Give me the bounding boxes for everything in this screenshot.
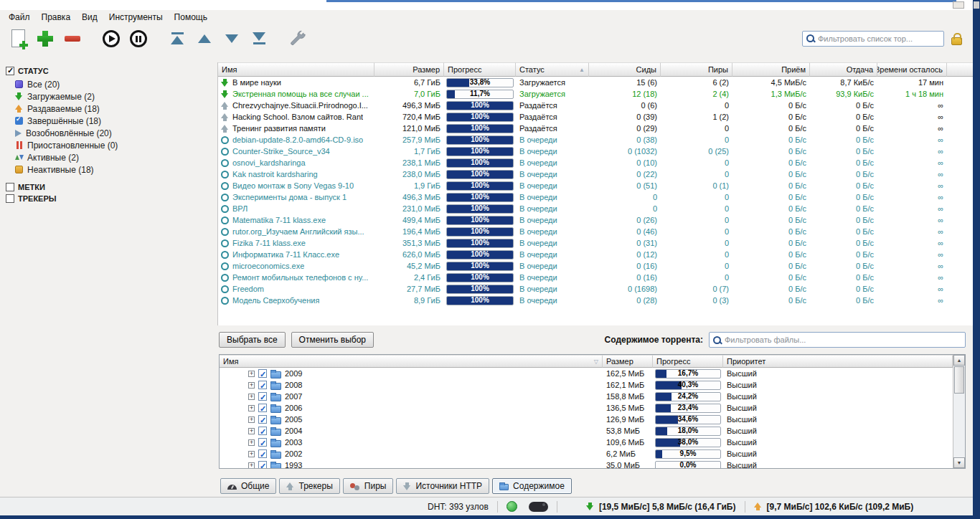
table-row[interactable]: ВРЛ231,0 МиБ100%В очереди000 Б/с0 Б/с∞	[218, 203, 973, 214]
scroll-down-icon[interactable]	[953, 457, 965, 468]
expand-icon[interactable]	[248, 451, 255, 457]
tab-http[interactable]: Источники HTTP	[396, 478, 489, 494]
table-row[interactable]: Fizika 7-11 klass.exe351,3 МиБ100%В очер…	[218, 237, 973, 249]
files-scrollbar[interactable]	[953, 355, 965, 468]
sidebar-item-all[interactable]: Все (20)	[6, 78, 217, 90]
scroll-track[interactable]	[953, 394, 965, 457]
column-header[interactable]: Сиды	[589, 62, 661, 77]
table-row[interactable]: Chrezvychajnye.Situacii.Prirodnogo.I...4…	[218, 100, 973, 111]
list-item[interactable]: 2009162,5 МиБ16,7%Высший	[220, 368, 953, 379]
tab-peers[interactable]: Пиры	[343, 478, 394, 494]
file-checkbox[interactable]	[258, 461, 267, 468]
pause-button[interactable]	[126, 27, 151, 51]
menu-item[interactable]: Помощь	[169, 11, 213, 24]
table-row[interactable]: Matematika 7-11 klass.exe499,4 МиБ100%В …	[218, 214, 973, 226]
sidebar-item-downloading[interactable]: Загружаемые (2)	[6, 90, 217, 103]
labels-checkbox[interactable]	[6, 183, 14, 191]
column-header[interactable]: Пиры	[661, 62, 732, 77]
file-checkbox[interactable]	[258, 404, 267, 412]
window-control[interactable]	[953, 1, 964, 9]
add-torrent-button[interactable]	[6, 27, 30, 51]
top-priority-button[interactable]	[165, 27, 189, 51]
table-row[interactable]: osnovi_kardsharinga238,1 МиБ100%В очеред…	[218, 157, 973, 168]
list-item[interactable]: 2006136,5 МиБ23,4%Высший	[220, 402, 953, 414]
scroll-thumb[interactable]	[954, 366, 964, 394]
table-row[interactable]: Информатика 7-11 Класс.exe626,0 МиБ100%В…	[218, 249, 973, 260]
expand-icon[interactable]	[248, 394, 255, 400]
column-header[interactable]: Приоритет	[723, 355, 953, 368]
sidebar-section-trackers[interactable]: ТРЕКЕРЫ	[6, 194, 217, 203]
sidebar-item-completed[interactable]: Завершённые (18)	[6, 115, 217, 127]
delete-button[interactable]	[60, 27, 85, 51]
add-link-button[interactable]	[33, 27, 57, 51]
column-header[interactable]: Времени осталось	[877, 62, 947, 77]
table-row[interactable]: Экстренная помощь на все случаи ...7,0 Г…	[218, 88, 973, 100]
table-row[interactable]: Эксперименты дома - выпуск 1496,3 МиБ100…	[218, 191, 973, 203]
sidebar-section-labels[interactable]: МЕТКИ	[6, 183, 217, 191]
table-row[interactable]: Модель Сверхобучения8,9 ГиБ100%В очереди…	[218, 295, 973, 306]
file-checkbox[interactable]	[258, 392, 267, 401]
globe-icon[interactable]	[507, 501, 517, 512]
speed-limit-icon[interactable]	[529, 502, 548, 512]
expand-icon[interactable]	[248, 371, 255, 377]
decrease-priority-button[interactable]	[220, 27, 244, 51]
table-row[interactable]: Hacking School. Взлом сайтов. Rant720,4 …	[218, 111, 973, 123]
list-item[interactable]: 20026,2 МиБ9,5%Высший	[220, 448, 953, 460]
list-item[interactable]: 2008162,1 МиБ40,3%Высший	[220, 379, 953, 391]
status-checkbox[interactable]	[6, 67, 14, 75]
tab-general[interactable]: Общие	[220, 478, 276, 494]
select-all-button[interactable]: Выбрать все	[219, 332, 286, 348]
expand-icon[interactable]	[248, 439, 255, 446]
file-checkbox[interactable]	[258, 415, 267, 424]
file-checkbox[interactable]	[258, 381, 267, 389]
options-button[interactable]	[286, 27, 310, 51]
table-row[interactable]: Freedom27,7 МиБ100%В очереди0 (1698)0 (7…	[218, 283, 973, 295]
column-header[interactable]: Имя▽	[220, 355, 603, 368]
table-row[interactable]: Тренинг развития памяти121,0 МиБ100%Разд…	[218, 123, 973, 134]
sidebar-item-active[interactable]: Активные (2)	[6, 151, 217, 163]
sidebar-item-seeding[interactable]: Раздаваемые (18)	[6, 103, 217, 115]
sidebar-section-status[interactable]: СТАТУС	[6, 67, 217, 75]
menu-item[interactable]: Вид	[76, 11, 103, 24]
deselect-button[interactable]: Отменить выбор	[291, 332, 374, 348]
list-item[interactable]: 2003109,6 МиБ38,0%Высший	[220, 437, 953, 448]
table-row[interactable]: Counter-Strike_Source_v341,7 ГиБ100%В оч…	[218, 146, 973, 157]
menu-item[interactable]: Правка	[36, 11, 77, 24]
trackers-checkbox[interactable]	[6, 194, 14, 203]
expand-icon[interactable]	[248, 405, 255, 411]
column-header[interactable]: Имя	[218, 62, 374, 77]
file-checkbox[interactable]	[258, 369, 267, 378]
sidebar-item-inactive[interactable]: Неактивные (18)	[6, 163, 217, 176]
torrent-filter-input[interactable]	[818, 34, 941, 43]
table-row[interactable]: rutor.org_Изучаем Английский язы...196,4…	[218, 226, 973, 237]
scroll-up-icon[interactable]	[953, 355, 965, 366]
column-header[interactable]: Размер	[603, 355, 653, 368]
column-header[interactable]: Размер	[374, 62, 444, 77]
bottom-priority-button[interactable]	[247, 27, 271, 51]
menu-item[interactable]: Инструменты	[103, 11, 169, 24]
sidebar-item-paused[interactable]: Приостановленные (0)	[6, 139, 217, 151]
expand-icon[interactable]	[248, 382, 255, 389]
table-row[interactable]: Ремонт мобильных телефонов с ну...2,4 Ги…	[218, 272, 973, 283]
files-filter-input[interactable]	[725, 335, 962, 344]
expand-icon[interactable]	[248, 416, 255, 423]
increase-priority-button[interactable]	[192, 27, 217, 51]
column-header[interactable]: Отдача	[810, 62, 877, 77]
column-header[interactable]: Приём	[732, 62, 810, 77]
file-checkbox[interactable]	[258, 438, 267, 447]
table-row[interactable]: debian-update-8.2.0-amd64-CD-9.iso257,9 …	[218, 134, 973, 146]
menu-item[interactable]: Файл	[3, 11, 36, 24]
column-header[interactable]: Прогресс	[444, 62, 516, 77]
list-item[interactable]: 200453,8 МиБ18,0%Высший	[220, 425, 953, 437]
list-item[interactable]: 2005126,9 МиБ34,6%Высший	[220, 414, 953, 425]
expand-icon[interactable]	[248, 462, 255, 469]
table-row[interactable]: microeconomics.exe45,2 МиБ100%В очереди0…	[218, 260, 973, 272]
sidebar-item-resumed[interactable]: Возобновлённые (20)	[6, 127, 217, 139]
file-checkbox[interactable]	[258, 427, 267, 435]
file-checkbox[interactable]	[258, 449, 267, 458]
column-header[interactable]: Прогресс	[653, 355, 723, 368]
list-item[interactable]: 199335,0 МиБ0,0%Высший	[220, 460, 953, 468]
table-row[interactable]: В мире науки6,7 ГиБ33,8%Загружается15 (6…	[218, 77, 973, 88]
column-header[interactable]: Статус▲	[516, 62, 589, 77]
table-row[interactable]: Kak nastroit kardsharing238,0 МиБ100%В о…	[218, 168, 973, 180]
